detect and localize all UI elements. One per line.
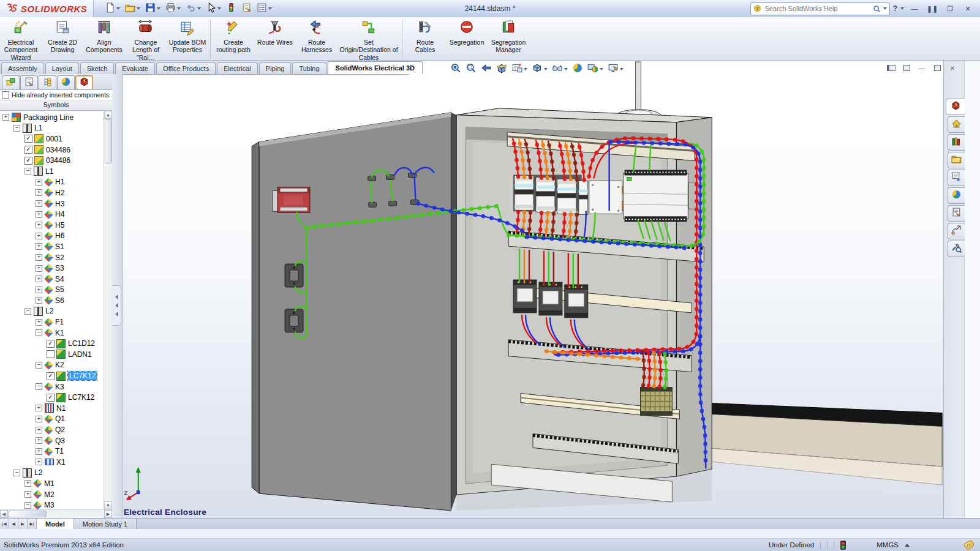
tree-item-checkbox[interactable]: ✓ bbox=[47, 372, 55, 380]
expand-toggle[interactable]: + bbox=[36, 200, 42, 207]
scroll-thumb[interactable] bbox=[105, 119, 112, 163]
prev-tab-button[interactable]: ◀ bbox=[9, 519, 18, 530]
tree-item-lc7k12[interactable]: ✓LC7K12 bbox=[0, 370, 104, 381]
tree-item-label[interactable]: S4 bbox=[55, 275, 64, 283]
command-tab-sketch[interactable]: Sketch bbox=[80, 62, 115, 74]
dropdown-caret[interactable] bbox=[197, 7, 201, 10]
ribbon-route-wires-button[interactable]: Route Wires bbox=[255, 19, 295, 59]
expand-toggle[interactable]: − bbox=[13, 125, 20, 132]
tree-item-label[interactable]: H2 bbox=[55, 189, 64, 197]
previous-view-button[interactable] bbox=[480, 61, 493, 77]
taskpane-tab-electrical-manager[interactable] bbox=[946, 99, 965, 115]
tree-item-f1[interactable]: +F1 bbox=[0, 317, 104, 328]
tree-item-s6[interactable]: +S6 bbox=[0, 295, 104, 306]
expand-toggle[interactable]: − bbox=[36, 329, 42, 336]
tree-item-s3[interactable]: +S3 bbox=[0, 263, 104, 274]
tree-item-m3[interactable]: −M3 bbox=[0, 500, 104, 509]
tree-item-label[interactable]: X1 bbox=[56, 458, 66, 467]
help-menu-button[interactable]: ? bbox=[893, 4, 897, 13]
print-button[interactable] bbox=[164, 1, 183, 17]
tree-item-label[interactable]: K1 bbox=[55, 329, 64, 337]
restore-window-button[interactable]: ❐ bbox=[943, 4, 957, 13]
tree-item-label[interactable]: LC1D12 bbox=[68, 339, 95, 348]
select-cursor-button[interactable] bbox=[204, 1, 223, 17]
tree-item-h2[interactable]: +H2 bbox=[0, 187, 104, 198]
dropdown-caret[interactable] bbox=[116, 7, 120, 10]
tree-item-l2[interactable]: −L2 bbox=[0, 468, 104, 479]
tree-item-s1[interactable]: +S1 bbox=[0, 241, 104, 252]
expand-toggle[interactable]: + bbox=[36, 211, 42, 218]
dropdown-caret[interactable] bbox=[137, 7, 140, 10]
tree-item-label[interactable]: Q1 bbox=[55, 414, 65, 423]
ribbon-align-components-button[interactable]: Align Components bbox=[84, 19, 124, 59]
tree-item-label[interactable]: N1 bbox=[56, 404, 66, 413]
tree-item-q1[interactable]: +Q1 bbox=[0, 414, 104, 425]
tree-item-label[interactable]: M3 bbox=[44, 501, 55, 509]
first-tab-button[interactable]: |◀ bbox=[0, 519, 9, 530]
panel-collapse-grip[interactable] bbox=[112, 285, 121, 326]
dropdown-caret[interactable] bbox=[217, 7, 221, 10]
last-tab-button[interactable]: ▶| bbox=[28, 519, 37, 530]
tree-item-packaging-line[interactable]: +Packaging Line bbox=[0, 112, 104, 123]
tree-item-m2[interactable]: +M2 bbox=[0, 489, 104, 500]
dropdown-caret[interactable] bbox=[157, 7, 160, 10]
tree-item-x1[interactable]: +X1 bbox=[0, 457, 104, 468]
door-transformer[interactable] bbox=[273, 187, 310, 212]
tree-item-lc1d12[interactable]: ✓LC1D12 bbox=[0, 338, 104, 349]
panel-tab-electrical-manager[interactable] bbox=[75, 75, 93, 89]
expand-toggle[interactable]: − bbox=[24, 308, 31, 315]
enclosure-door[interactable] bbox=[252, 113, 456, 511]
scroll-up-button[interactable]: ▲ bbox=[104, 111, 112, 119]
expand-toggle[interactable]: + bbox=[36, 287, 42, 293]
tree-item-label[interactable]: S6 bbox=[55, 296, 64, 305]
door-button-1[interactable] bbox=[285, 264, 303, 287]
tree-vertical-scrollbar[interactable]: ▲ ▼ bbox=[104, 111, 112, 509]
expand-toggle[interactable]: − bbox=[36, 362, 42, 369]
tree-item-034486[interactable]: ✓034486 bbox=[0, 144, 104, 156]
tree-item-label[interactable]: 0001 bbox=[46, 135, 62, 143]
tree-item-label[interactable]: K3 bbox=[55, 383, 64, 391]
dropdown-caret[interactable] bbox=[600, 68, 603, 70]
expand-toggle[interactable]: + bbox=[36, 319, 42, 326]
tree-item-checkbox[interactable]: ✓ bbox=[47, 394, 55, 402]
ribbon-update-bom-properties-button[interactable]: Update BOM Properties bbox=[167, 19, 208, 59]
tree-item-label[interactable]: L1 bbox=[34, 124, 42, 132]
tree-item-l1[interactable]: −L1 bbox=[0, 166, 104, 177]
dropdown-caret[interactable] bbox=[268, 7, 272, 10]
ribbon-set-origin-destination-of-cables-button[interactable]: Set Origin/Destination of Cables bbox=[338, 19, 399, 62]
tree-item-label[interactable]: L1 bbox=[45, 167, 53, 176]
tree-item-h4[interactable]: +H4 bbox=[0, 209, 104, 220]
expand-toggle[interactable]: + bbox=[36, 265, 42, 272]
taskpane-tab-view-palette[interactable] bbox=[948, 170, 965, 186]
tree-item-label[interactable]: K2 bbox=[55, 361, 64, 369]
search-input[interactable] bbox=[764, 4, 870, 13]
expand-toggle[interactable]: + bbox=[36, 427, 42, 433]
new-document-button[interactable] bbox=[103, 1, 122, 17]
help-search-box[interactable]: ? bbox=[750, 2, 890, 15]
expand-toggle[interactable]: + bbox=[24, 491, 31, 498]
tree-item-n1[interactable]: +N1 bbox=[0, 403, 104, 414]
scroll-down-button[interactable]: ▼ bbox=[104, 501, 112, 509]
zoom-area-button[interactable] bbox=[464, 61, 478, 77]
tree-item-checkbox[interactable] bbox=[47, 350, 55, 358]
close-window-button[interactable]: ✕ bbox=[960, 4, 975, 13]
open-button[interactable] bbox=[123, 1, 142, 17]
ribbon-segregation-manager-button[interactable]: Segregation Manager bbox=[488, 19, 529, 59]
command-tab-layout[interactable]: Layout bbox=[45, 62, 79, 74]
tree-item-label[interactable]: H6 bbox=[55, 231, 64, 240]
tree-item-h3[interactable]: +H3 bbox=[0, 198, 104, 209]
expand-toggle[interactable]: + bbox=[24, 480, 31, 487]
tree-item-label[interactable]: LC7K12 bbox=[68, 393, 94, 402]
tree-item-label[interactable]: LC7K12 bbox=[68, 372, 97, 380]
tree-item-k2[interactable]: −K2 bbox=[0, 360, 104, 371]
tree-item-label[interactable]: 034486 bbox=[46, 156, 70, 165]
tree-item-0001[interactable]: ✓0001 bbox=[0, 133, 104, 144]
tree-horizontal-scrollbar[interactable]: ◀ ▶ bbox=[0, 509, 112, 518]
tree-item-label[interactable]: S2 bbox=[55, 253, 64, 262]
tag-icon[interactable] bbox=[963, 539, 975, 550]
tree-item-h6[interactable]: +H6 bbox=[0, 231, 104, 242]
tree-item-q3[interactable]: +Q3 bbox=[0, 435, 104, 446]
apply-scene-button[interactable] bbox=[586, 61, 605, 77]
display-style-button[interactable] bbox=[530, 61, 549, 77]
hide-inserted-checkbox[interactable] bbox=[2, 91, 9, 99]
